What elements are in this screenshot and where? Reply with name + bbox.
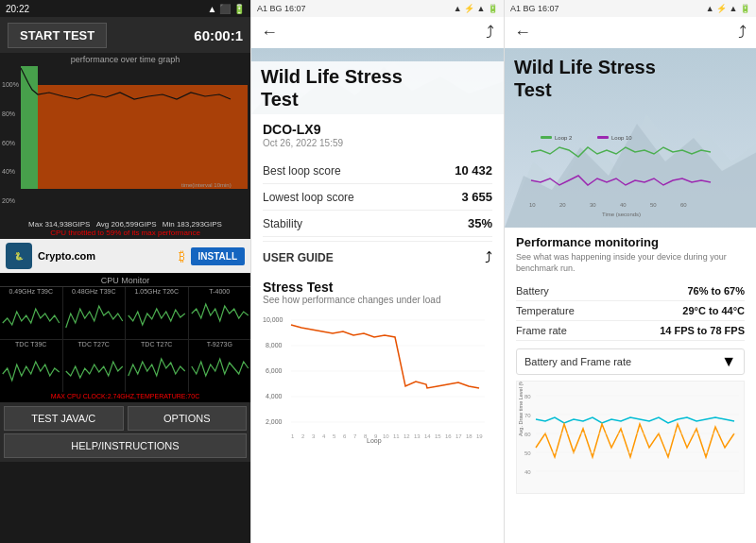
install-button[interactable]: INSTALL — [191, 247, 245, 265]
svg-text:4,000: 4,000 — [266, 393, 283, 399]
help-button[interactable]: HELP/INSTRUCTIONS — [4, 433, 247, 458]
stability-row: Stability 35% — [263, 211, 492, 237]
button-row-1: TEST JAVA/C OPTIONS — [4, 406, 247, 431]
cpu-cell-6: TDC T27C — [63, 340, 126, 392]
options-button[interactable]: OPTIONS — [128, 406, 248, 431]
svg-text:50: 50 — [524, 450, 531, 456]
svg-text:Loop 2: Loop 2 — [555, 135, 573, 141]
status-bar-2: A1 BG 16:07 ▲ ⚡ ▲ 🔋 — [251, 0, 504, 17]
svg-text:11: 11 — [393, 433, 400, 439]
svg-text:2,000: 2,000 — [266, 418, 283, 425]
user-guide-row[interactable]: USER GUIDE ⤴ — [263, 241, 492, 274]
lowest-loop-label: Lowest loop score — [263, 191, 354, 204]
temperature-stat-row: Temperature 29°C to 44°C — [516, 301, 745, 321]
temperature-value: 29°C to 44°C — [682, 305, 745, 316]
toolbar: START TEST 60:00:1 — [0, 17, 250, 53]
status-bar-3: A1 BG 16:07 ▲ ⚡ ▲ 🔋 — [505, 0, 756, 17]
svg-text:1: 1 — [291, 433, 295, 439]
svg-text:10: 10 — [383, 433, 389, 439]
panel-benchmark: 20:22 ▲ ⬛ 🔋 START TEST 60:00:1 performan… — [0, 0, 250, 543]
ad-banner[interactable]: 🐍 Crypto.com ₿ INSTALL — [0, 239, 250, 273]
svg-text:18: 18 — [466, 433, 472, 439]
cpu-cell-7: TDC T27C — [126, 340, 188, 392]
svg-text:15: 15 — [435, 433, 441, 439]
best-loop-label: Best loop score — [263, 164, 341, 178]
stress-test-title: Stress Test — [263, 280, 492, 295]
hero-text-2: Wild Life StressTest — [251, 61, 504, 114]
svg-text:70: 70 — [524, 413, 531, 418]
svg-text:7: 7 — [353, 433, 357, 439]
svg-text:Avg. Draw time Level (%): Avg. Draw time Level (%) — [518, 382, 524, 436]
share-button-3[interactable]: ⤴ — [738, 23, 747, 42]
performance-chart-svg: time(interval 10min) — [21, 66, 248, 189]
lowest-loop-row: Lowest loop score 3 655 — [263, 184, 492, 211]
svg-text:3: 3 — [312, 433, 316, 439]
p3-title-area: Wild Life StressTest — [514, 56, 656, 101]
stress-test-subtitle: See how performance changes under load — [263, 295, 492, 305]
ad-brand-name: Crypto.com — [38, 250, 173, 262]
status-icons: ▲ ⬛ 🔋 — [208, 4, 245, 14]
svg-rect-47 — [541, 136, 552, 139]
cpu-cell-8: T-9273G — [189, 340, 251, 392]
svg-text:4: 4 — [322, 433, 326, 439]
best-loop-value: 10 432 — [455, 163, 492, 178]
svg-text:Time (seconds): Time (seconds) — [602, 212, 641, 217]
max-stat: Max 314,938GIPS — [28, 220, 90, 229]
stress-chart: 10,000 8,000 6,000 4,000 2,000 Loop 1 — [263, 311, 492, 448]
dropdown-label: Battery and Frame rate — [524, 356, 631, 367]
svg-text:6: 6 — [343, 433, 347, 439]
share-icon-guide: ⤴ — [485, 249, 492, 266]
p3-status-right: ▲ ⚡ ▲ 🔋 — [706, 4, 750, 13]
p3-main-content: Performance monitoring See what was happ… — [505, 228, 756, 543]
svg-text:60: 60 — [524, 432, 531, 437]
cpu-monitor: CPU Monitor 0.49GHz T39C 0.48GHz T39C 1.… — [0, 273, 250, 402]
p2-main-content: DCO-LX9 Oct 26, 2022 15:59 Best loop sco… — [251, 114, 504, 543]
svg-text:5: 5 — [333, 433, 336, 439]
cpu-cell-3: 1.05GHz T26C — [126, 287, 188, 339]
timer-display: 60:00:1 — [194, 27, 243, 43]
status-bar-1: 20:22 ▲ ⬛ 🔋 — [0, 0, 250, 17]
lowest-loop-value: 3 655 — [461, 190, 492, 204]
cpu-cell-2: 0.48GHz T39C — [63, 287, 126, 339]
svg-text:time(interval 10min): time(interval 10min) — [181, 182, 232, 188]
svg-rect-49 — [597, 136, 609, 139]
battery-framerate-dropdown[interactable]: Battery and Frame rate ▼ — [516, 348, 745, 375]
svg-text:10,000: 10,000 — [263, 316, 284, 323]
svg-text:8,000: 8,000 — [266, 342, 283, 348]
performance-stats: Max 314,938GIPS Avg 206,599GIPS Min 183,… — [0, 218, 250, 239]
p2-status-left: A1 BG 16:07 — [257, 4, 306, 13]
framerate-value: 14 FPS to 78 FPS — [660, 325, 745, 336]
share-button-2[interactable]: ⤴ — [486, 23, 494, 42]
performance-graph-area: performance over time graph 100%80%60%40… — [0, 53, 250, 218]
p3-status-left: A1 BG 16:07 — [510, 4, 559, 13]
panel-wildlifestress: A1 BG 16:07 ▲ ⚡ ▲ 🔋 ← ⤴ Wild Life Stress… — [250, 0, 504, 543]
p3-wild-life-title: Wild Life StressTest — [514, 56, 656, 101]
perf-monitoring-desc: See what was happening inside your devic… — [516, 252, 745, 274]
cpu-cell-1: 0.49GHz T39C — [0, 287, 62, 339]
svg-text:10: 10 — [529, 202, 536, 208]
p3-nav-bar: ← ⤴ — [505, 17, 756, 48]
test-java-button[interactable]: TEST JAVA/C — [4, 406, 124, 431]
bottom-time-chart: Avg. Draw time Level (%) 80 70 60 50 40 — [516, 381, 745, 494]
framerate-stat-row: Frame rate 14 FPS to 78 FPS — [516, 321, 745, 341]
back-button-3[interactable]: ← — [514, 23, 531, 42]
cpu-bottom-info: MAX CPU CLOCK:2.74GHZ,TEMPERATURE:70C — [0, 392, 250, 400]
ad-icon: 🐍 — [6, 243, 32, 269]
stats-line: Max 314,938GIPS Avg 206,599GIPS Min 183,… — [4, 220, 247, 229]
p3-hero-area: Wild Life StressTest Frame rate 10 20 30… — [505, 48, 756, 228]
svg-text:20: 20 — [559, 202, 566, 208]
svg-text:50: 50 — [650, 202, 657, 208]
stability-label: Stability — [263, 217, 302, 230]
avg-stat: Avg 206,599GIPS — [96, 220, 157, 229]
framerate-label: Frame rate — [516, 325, 567, 336]
battery-value: 76% to 67% — [687, 285, 745, 297]
frame-rate-chart: Frame rate 10 20 30 40 50 60 Time (secon… — [505, 133, 756, 218]
cpu-cell-5: TDC T39C — [0, 340, 62, 392]
stress-test-section: Stress Test See how performance changes … — [263, 274, 492, 448]
start-test-button[interactable]: START TEST — [8, 23, 107, 48]
svg-text:17: 17 — [455, 433, 462, 439]
back-button-2[interactable]: ← — [261, 23, 278, 42]
cpu-cell-4: T-4000 — [189, 287, 251, 339]
p2-status-right: ▲ ⚡ ▲ 🔋 — [454, 4, 498, 13]
panel-perfmonitoring: A1 BG 16:07 ▲ ⚡ ▲ 🔋 ← ⤴ Wild Life Stress… — [504, 0, 756, 543]
